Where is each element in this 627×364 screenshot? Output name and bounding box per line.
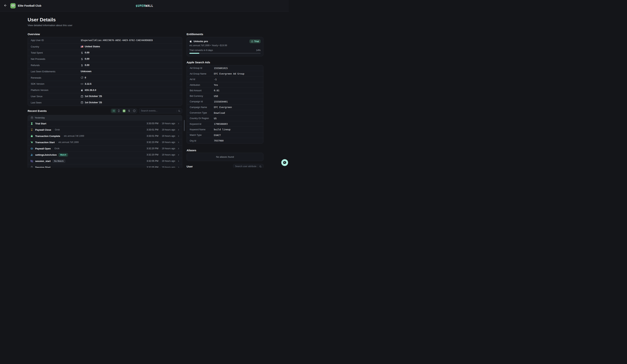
event-separator: ·	[52, 147, 53, 150]
filter-list-button[interactable]	[111, 109, 116, 113]
table-row: Platform VersioniOS 26.0.0	[28, 87, 182, 93]
row-value: EXACT	[214, 134, 221, 136]
filter-phone-button[interactable]	[116, 109, 121, 113]
phone-icon	[117, 109, 120, 112]
row-label: App User ID	[31, 39, 81, 42]
event-subtitle: Grok	[54, 147, 59, 150]
row-value-text: 3.12.5	[85, 83, 91, 85]
row-value-text: $SuperwallAlias:40EC9876-A85E-4AE9-8762-…	[81, 39, 153, 42]
event-row[interactable]: session_startNo Match3:32:05 PM·19 hours…	[28, 158, 182, 164]
table-row: Last Seen1st October '25	[28, 99, 182, 106]
calendar-icon	[81, 95, 83, 98]
event-badge: Match	[58, 153, 68, 157]
filter-info-button[interactable]	[132, 109, 137, 113]
event-row[interactable]: Session Start3:32:05 PM·19 hours ago	[28, 164, 182, 168]
arrow-left-icon	[4, 4, 7, 8]
dollar-icon	[81, 64, 83, 67]
search-icon	[259, 165, 261, 168]
dot-separator: ·	[160, 122, 160, 125]
dot-separator: ·	[160, 141, 160, 143]
row-value: 1st October '25	[81, 101, 102, 104]
row-value: 1st October '25	[81, 95, 102, 98]
trial-converts-text: Trial converts in 6 days	[189, 49, 213, 51]
table-row: Bid CurrencyUSD	[187, 93, 263, 99]
app-name: Elite Football Club	[18, 4, 41, 7]
row-label: Keyword Name	[190, 128, 214, 131]
event-row[interactable]: settingsJoinActionMatch3:32:20 PM·19 hou…	[28, 152, 182, 158]
event-row[interactable]: Transaction Start·etc.annual.7df.19993:3…	[28, 139, 182, 145]
row-label: Platform Version	[31, 89, 81, 91]
event-ago: 19 hours ago	[162, 122, 175, 125]
event-badge: No Match	[52, 159, 65, 163]
event-meta: 3:32:20 PM·19 hours ago	[147, 147, 180, 150]
row-value: Download	[214, 112, 225, 114]
row-label: Match Type	[190, 134, 214, 136]
row-label: Org Id	[190, 139, 214, 142]
trial-percent: 14%	[256, 49, 261, 51]
user-attributes-search-input[interactable]	[235, 165, 257, 168]
row-value: 1796566603	[214, 123, 228, 125]
right-column: Entitlements Unlocks pro Trial etc.annua…	[187, 33, 263, 168]
row-value-text: EFC Evergreen	[214, 106, 232, 109]
table-row: CountryUnited States	[28, 44, 182, 50]
row-value-text: 0	[85, 76, 86, 79]
row-label: Conversion Type	[190, 112, 214, 114]
row-label: Attribution	[190, 84, 214, 86]
table-row: Org Id7937960	[187, 138, 263, 143]
event-row[interactable]: Trial Start3:33:03 PM·19 hours ago	[28, 120, 182, 127]
main-content: User Details View detailed information a…	[0, 17, 289, 168]
event-meta: 3:33:01 PM·19 hours ago	[147, 129, 180, 131]
trial-badge: Trial	[249, 39, 261, 43]
event-row[interactable]: Transaction Complete·etc.annual.7df.1999…	[28, 133, 182, 139]
top-bar: Elite Football Club $UPERWALL	[0, 0, 289, 12]
row-value: 0.00	[81, 51, 89, 54]
dot-separator: ·	[160, 147, 160, 150]
table-row: User Since1st October '25	[28, 93, 182, 99]
row-label: Renewals	[31, 76, 81, 79]
row-label: Bid Currency	[190, 95, 214, 97]
event-ago: 19 hours ago	[162, 153, 175, 156]
entitlement-details: etc.annual.7df.1999 • Yearly • $19.99	[189, 44, 261, 47]
event-meta: 3:32:05 PM·19 hours ago	[147, 160, 180, 162]
trial-progress-bar	[189, 53, 261, 54]
trial-progress-fill	[189, 53, 199, 54]
event-separator: ·	[56, 141, 57, 143]
event-separator: ·	[53, 129, 53, 131]
dot-separator: ·	[160, 166, 160, 168]
row-label: Country Or Region	[190, 117, 214, 120]
row-value: US	[214, 117, 217, 120]
recent-events-header: Recent Events	[28, 108, 182, 113]
event-name: Transaction Complete	[35, 135, 60, 137]
back-button[interactable]	[3, 3, 8, 8]
event-ago: 19 hours ago	[162, 135, 175, 137]
event-row[interactable]: Paywall Close·Grok3:33:01 PM·19 hours ag…	[28, 127, 182, 133]
event-meta: 3:32:05 PM·19 hours ago	[147, 166, 180, 168]
chat-button[interactable]	[281, 159, 288, 166]
table-row: Campaign NameEFC Evergreen	[187, 104, 263, 110]
calendar-icon	[81, 101, 83, 104]
filter-app-button[interactable]	[122, 109, 126, 113]
row-value: 1555850401	[214, 100, 228, 103]
row-value-text: 1st October '25	[85, 95, 102, 98]
event-name: settingsJoinAction	[35, 153, 57, 156]
entitlement-card: Unlocks pro Trial etc.annual.7df.1999 • …	[187, 37, 263, 56]
calendar-icon	[31, 117, 33, 119]
scrollbar-thumb[interactable]	[184, 120, 185, 131]
user-section-header: User	[187, 164, 263, 168]
table-row: Ad Group Id1555801015	[187, 65, 263, 71]
row-value: -1	[214, 78, 217, 81]
table-row: Ad Group NameEFC Evergreen Ad Group	[187, 71, 263, 76]
chat-bubble-icon	[283, 161, 287, 165]
filter-dollar-button[interactable]	[127, 109, 132, 113]
refresh-icon	[81, 76, 83, 79]
event-time: 3:33:01 PM	[147, 129, 158, 131]
row-value: EFC Evergreen	[214, 106, 232, 109]
row-label: SDK Version	[31, 83, 81, 85]
event-row[interactable]: Paywall Open·Grok3:32:20 PM·19 hours ago	[28, 145, 182, 152]
row-value-text: EXACT	[214, 134, 221, 136]
timer-icon	[251, 40, 253, 43]
row-value-text: 1st October '25	[85, 101, 102, 104]
events-search-input[interactable]	[141, 109, 175, 112]
logo-accent: $UPER	[136, 4, 145, 7]
hourglass-icon	[30, 122, 33, 125]
